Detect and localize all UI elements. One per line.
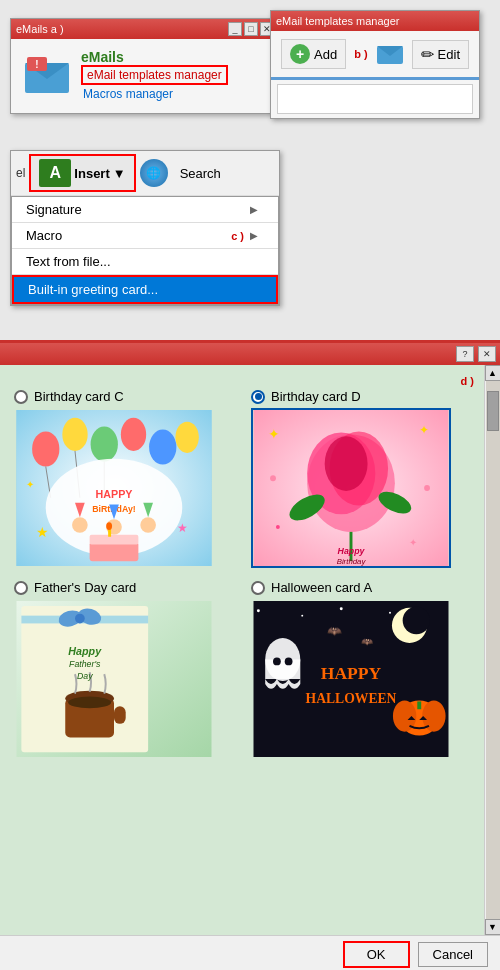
svg-text:Happy: Happy — [68, 645, 102, 657]
menu-item-macro[interactable]: Macro c ) ▶ — [12, 223, 278, 249]
maximize-button[interactable]: □ — [244, 22, 258, 36]
add-icon: + — [290, 44, 310, 64]
search-button[interactable]: Search — [172, 163, 229, 184]
pencil-icon: ✏ — [421, 45, 434, 64]
templates-window: eMail templates manager + Add b ) ✏ Edit — [270, 10, 480, 119]
svg-point-47 — [424, 485, 430, 491]
macro-label: Macro — [26, 228, 62, 243]
card-thumbnail-d[interactable]: Happy Birthday ✦ ✦ ✦ — [251, 408, 451, 568]
card-label-d: Birthday card D — [271, 389, 361, 404]
signature-arrow: ▶ — [250, 204, 258, 215]
card-item-fathers-day: Father's Day card — [14, 580, 237, 759]
insert-window: el A Insert ▼ 🌐 Search Signature ▶ Macro… — [10, 150, 280, 306]
emails-window: eMails a ) _ □ ✕ ! eMails — [10, 18, 280, 114]
card-thumbnail-halloween[interactable]: HAPPY HALLOWEEN 🦇 🦇 — [251, 599, 451, 759]
macros-manager-link[interactable]: Macros manager — [83, 87, 228, 101]
emails-title-text: eMails a ) — [16, 23, 64, 35]
svg-rect-66 — [265, 660, 300, 680]
card-radio-c[interactable] — [14, 390, 28, 404]
insert-button[interactable]: A Insert ▼ — [29, 154, 135, 192]
svg-point-46 — [270, 475, 276, 481]
macro-arrow: ▶ — [250, 230, 258, 241]
svg-point-22 — [140, 517, 156, 533]
toolbar-el-text: el — [16, 166, 25, 180]
svg-text:HALLOWEEN: HALLOWEEN — [306, 691, 397, 706]
scroll-thumb[interactable] — [487, 391, 499, 431]
label-b: b ) — [354, 48, 367, 60]
svg-text:Birthday: Birthday — [337, 557, 367, 566]
menu-item-signature[interactable]: Signature ▶ — [12, 197, 278, 223]
svg-text:!: ! — [35, 59, 38, 70]
emails-content: ! eMails eMail templates manager Macros … — [11, 39, 279, 113]
svg-point-37 — [325, 436, 368, 491]
cancel-button[interactable]: Cancel — [418, 942, 488, 967]
card-item-birthday-c: Birthday card C — [14, 389, 237, 568]
svg-rect-30 — [90, 535, 139, 545]
menu-item-greeting-card[interactable]: Built-in greeting card... — [12, 275, 278, 304]
card-radio-d[interactable] — [251, 390, 265, 404]
svg-text:✦: ✦ — [26, 479, 34, 490]
card-radio-fathers[interactable] — [14, 581, 28, 595]
svg-rect-72 — [417, 701, 421, 709]
card-radio-label-d[interactable]: Birthday card D — [251, 389, 474, 404]
svg-text:✦: ✦ — [419, 423, 429, 436]
svg-point-80 — [301, 615, 303, 617]
insert-arrow: ▼ — [113, 166, 126, 181]
minimize-button[interactable]: _ — [228, 22, 242, 36]
edit-button[interactable]: ✏ Edit — [412, 40, 469, 69]
signature-label: Signature — [26, 202, 82, 217]
svg-text:✦: ✦ — [410, 538, 418, 549]
dialog-content: d ) Birthday card C — [0, 365, 500, 935]
svg-point-82 — [389, 612, 391, 614]
svg-text:★: ★ — [36, 525, 49, 540]
svg-text:✦: ✦ — [268, 427, 280, 442]
card-radio-label-fathers[interactable]: Father's Day card — [14, 580, 237, 595]
card-item-halloween-a: Halloween card A — [251, 580, 474, 759]
add-button[interactable]: + Add — [281, 39, 346, 69]
card-thumbnail-fathers[interactable]: Happy Father's Day — [14, 599, 214, 759]
svg-rect-54 — [114, 706, 126, 724]
svg-point-79 — [257, 609, 260, 612]
template-manager-link[interactable]: eMail templates manager — [81, 65, 228, 85]
cards-area: d ) Birthday card C — [0, 365, 484, 935]
text-from-file-label: Text from file... — [26, 254, 111, 269]
svg-point-32 — [106, 522, 112, 530]
label-c: c ) — [231, 230, 244, 242]
svg-point-64 — [403, 607, 430, 634]
scroll-up-button[interactable]: ▲ — [485, 365, 501, 381]
scroll-down-button[interactable]: ▼ — [485, 919, 501, 935]
svg-text:HAPPY: HAPPY — [321, 663, 382, 683]
ok-button[interactable]: OK — [343, 941, 410, 968]
card-radio-label-c[interactable]: Birthday card C — [14, 389, 237, 404]
scroll-track — [486, 381, 500, 919]
top-section: eMails a ) _ □ ✕ ! eMails — [0, 0, 500, 340]
svg-point-9 — [62, 418, 87, 451]
emails-titlebar: eMails a ) _ □ ✕ — [11, 19, 279, 39]
add-label: Add — [314, 47, 337, 62]
templates-titlebar: eMail templates manager — [271, 11, 479, 31]
card-thumbnail-c[interactable]: HAPPY BiRtHdAy! ★ ★ — [14, 408, 214, 568]
edit-label: Edit — [438, 47, 460, 62]
insert-toolbar: el A Insert ▼ 🌐 Search — [11, 151, 279, 196]
greeting-card-label: Built-in greeting card... — [28, 282, 158, 297]
card-label-fathers: Father's Day card — [34, 580, 136, 595]
svg-point-20 — [72, 517, 88, 533]
dialog-help-button[interactable]: ? — [456, 346, 474, 362]
svg-text:Day: Day — [77, 671, 93, 681]
globe-icon: 🌐 — [140, 159, 168, 187]
svg-point-48 — [276, 525, 280, 529]
svg-point-12 — [149, 430, 176, 465]
cards-grid: Birthday card C — [14, 389, 474, 759]
menu-item-text-from-file[interactable]: Text from file... — [12, 249, 278, 275]
svg-point-10 — [91, 427, 118, 462]
search-label: Search — [180, 166, 221, 181]
dialog-close-button[interactable]: ✕ — [478, 346, 496, 362]
svg-text:HAPPY: HAPPY — [96, 488, 133, 500]
svg-text:Happy: Happy — [338, 546, 366, 556]
card-radio-halloween[interactable] — [251, 581, 265, 595]
dialog-titlebar: ? ✕ — [0, 343, 500, 365]
card-label-c: Birthday card C — [34, 389, 124, 404]
emails-text-block: eMails eMail templates manager Macros ma… — [81, 49, 228, 101]
svg-point-61 — [75, 614, 85, 624]
card-radio-label-halloween[interactable]: Halloween card A — [251, 580, 474, 595]
